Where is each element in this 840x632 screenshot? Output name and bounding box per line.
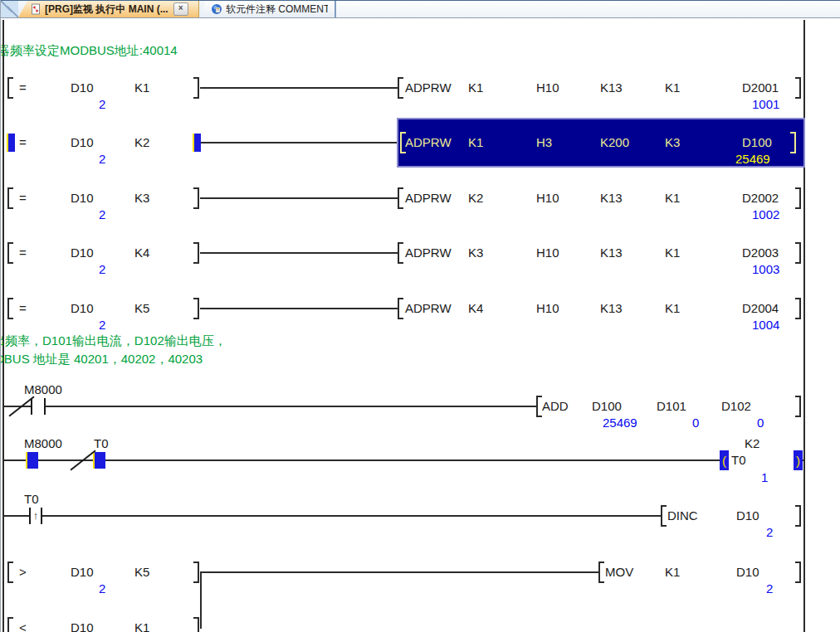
- compare-operator[interactable]: =: [19, 191, 27, 205]
- operand-label[interactable]: K13: [600, 191, 623, 205]
- operand-label[interactable]: D10: [71, 191, 94, 205]
- operand-label[interactable]: D10: [71, 135, 94, 149]
- operand-label[interactable]: K1: [665, 301, 680, 315]
- operand-label[interactable]: T0: [731, 453, 746, 467]
- open-bracket[interactable]: [398, 77, 403, 99]
- open-bracket[interactable]: [398, 242, 403, 264]
- open-bracket[interactable]: [398, 187, 403, 209]
- operand-label[interactable]: D10: [736, 565, 759, 579]
- operand-label[interactable]: D10: [71, 620, 94, 632]
- open-bracket[interactable]: [398, 298, 403, 319]
- operand-label[interactable]: T0: [24, 492, 39, 506]
- close-bracket[interactable]: [795, 242, 801, 264]
- operand-label[interactable]: D100: [742, 135, 772, 149]
- operand-label[interactable]: H10: [536, 246, 559, 260]
- tab-close-button[interactable]: ×: [173, 2, 188, 16]
- instruction-label[interactable]: ADPRW: [405, 191, 452, 205]
- coil-bracket[interactable]: (: [720, 450, 729, 470]
- close-bracket[interactable]: [193, 562, 199, 583]
- operand-label[interactable]: D100: [592, 399, 622, 413]
- compare-operator[interactable]: =: [19, 135, 27, 149]
- operand-label[interactable]: K3: [665, 135, 680, 149]
- close-bracket[interactable]: [795, 77, 801, 99]
- energized-contact[interactable]: [7, 134, 15, 152]
- operand-label[interactable]: H10: [536, 191, 559, 205]
- close-bracket[interactable]: [795, 298, 801, 319]
- compare-operator[interactable]: <: [19, 620, 27, 632]
- instruction-label[interactable]: ADPRW: [405, 246, 452, 260]
- compare-operator[interactable]: =: [19, 80, 27, 95]
- operand-label[interactable]: D10: [736, 508, 759, 523]
- open-bracket[interactable]: [7, 242, 13, 264]
- open-bracket[interactable]: [7, 77, 13, 99]
- close-bracket[interactable]: [795, 187, 801, 209]
- close-bracket[interactable]: [193, 187, 199, 209]
- operand-label[interactable]: T0: [94, 436, 109, 450]
- operand-label[interactable]: K4: [468, 301, 483, 315]
- operand-label[interactable]: K4: [134, 246, 149, 260]
- tab-device-comment[interactable]: 软元件注释 COMMENT: [199, 1, 336, 17]
- operand-label[interactable]: D10: [71, 565, 94, 579]
- operand-label[interactable]: D10: [71, 301, 94, 315]
- operand-label[interactable]: M8000: [24, 382, 62, 396]
- open-bracket[interactable]: [598, 562, 604, 583]
- open-bracket[interactable]: [7, 298, 13, 319]
- instruction-label[interactable]: ADPRW: [405, 301, 452, 315]
- operand-label[interactable]: K3: [134, 191, 149, 205]
- close-bracket[interactable]: [795, 562, 801, 583]
- close-bracket[interactable]: [193, 242, 199, 264]
- operand-label[interactable]: D101: [657, 399, 686, 413]
- coil-bracket[interactable]: ): [794, 450, 803, 470]
- instruction-label[interactable]: DINC: [667, 508, 698, 523]
- compare-operator[interactable]: =: [19, 301, 27, 315]
- operand-label[interactable]: K200: [600, 135, 629, 149]
- operand-label[interactable]: K1: [665, 80, 680, 95]
- instruction-label[interactable]: MOV: [605, 565, 633, 579]
- operand-label[interactable]: K1: [665, 565, 680, 579]
- operand-label[interactable]: K2: [134, 135, 149, 149]
- close-bracket[interactable]: [790, 132, 796, 153]
- operand-label[interactable]: H3: [536, 135, 552, 149]
- close-bracket[interactable]: [193, 617, 199, 632]
- operand-label[interactable]: K13: [600, 301, 623, 315]
- operand-label[interactable]: K1: [665, 246, 680, 260]
- operand-label[interactable]: D10: [71, 246, 94, 260]
- operand-label[interactable]: D2001: [742, 80, 779, 95]
- operand-label[interactable]: M8000: [24, 436, 62, 450]
- operand-label[interactable]: K1: [134, 620, 149, 632]
- operand-label[interactable]: K5: [134, 565, 149, 579]
- operand-label[interactable]: K13: [600, 80, 623, 95]
- operand-label[interactable]: K1: [665, 191, 680, 205]
- operand-label[interactable]: K1: [468, 80, 483, 95]
- open-bracket[interactable]: [7, 617, 13, 632]
- close-bracket[interactable]: [795, 505, 801, 527]
- operand-label[interactable]: D10: [71, 80, 94, 95]
- tab-prg-main[interactable]: [PRG]监视 执行中 MAIN (... ×: [18, 1, 199, 17]
- operand-label[interactable]: D2003: [742, 246, 779, 260]
- close-bracket[interactable]: [193, 298, 199, 319]
- energized-contact[interactable]: [26, 452, 38, 469]
- compare-operator[interactable]: >: [19, 565, 27, 579]
- operand-label[interactable]: H10: [536, 301, 559, 315]
- operand-label[interactable]: K2: [745, 436, 759, 450]
- open-bracket[interactable]: [661, 505, 667, 527]
- instruction-label[interactable]: ADD: [542, 399, 569, 413]
- open-bracket[interactable]: [7, 562, 13, 583]
- operand-label[interactable]: K1: [468, 135, 483, 149]
- operand-label[interactable]: K5: [134, 301, 149, 315]
- operand-label[interactable]: K13: [600, 246, 623, 260]
- open-bracket[interactable]: [7, 187, 13, 209]
- compare-operator[interactable]: =: [19, 246, 27, 260]
- operand-label[interactable]: K3: [468, 246, 483, 260]
- operand-label[interactable]: D2002: [742, 191, 779, 205]
- operand-label[interactable]: K1: [134, 80, 149, 95]
- ladder-editor[interactable]: ()↑器频率设定MODBUS地址:40014=D10K12ADPRWK1H10K…: [1, 18, 840, 632]
- close-bracket[interactable]: [193, 77, 199, 99]
- operand-label[interactable]: H10: [536, 80, 559, 95]
- operand-label[interactable]: D102: [721, 399, 751, 413]
- close-bracket[interactable]: [795, 396, 801, 417]
- operand-label[interactable]: K2: [468, 191, 483, 205]
- energized-contact[interactable]: [193, 134, 201, 152]
- instruction-label[interactable]: ADPRW: [405, 135, 452, 149]
- energized-contact[interactable]: [93, 452, 105, 469]
